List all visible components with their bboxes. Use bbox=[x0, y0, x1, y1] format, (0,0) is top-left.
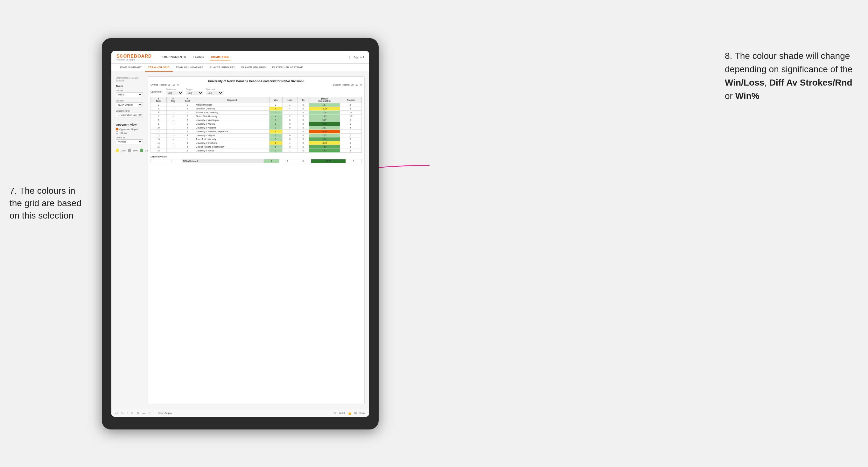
colour-by-select[interactable]: Win/loss bbox=[116, 139, 143, 144]
table-cell: 9 bbox=[340, 137, 362, 141]
table-cell: 3 bbox=[269, 137, 282, 141]
table-cell: 0 bbox=[298, 141, 309, 145]
sub-nav-team-h2h-heatmap[interactable]: TEAM H2H HEATMAP bbox=[173, 64, 207, 71]
table-cell: 5 bbox=[269, 145, 282, 149]
annotation-left-line3: on this selection bbox=[9, 211, 73, 220]
share-label[interactable]: Share bbox=[359, 412, 365, 414]
legend-row: Down Level Up bbox=[116, 149, 148, 152]
table-cell: 4 bbox=[151, 111, 167, 115]
legend-down-dot bbox=[116, 149, 119, 152]
out-div-cell: 0 bbox=[279, 159, 295, 163]
table-row: 13-1Texas Tech University3005.569 bbox=[151, 137, 362, 141]
table-cell: 4.62 bbox=[309, 149, 340, 153]
conference-select[interactable]: (All) bbox=[166, 91, 183, 95]
table-cell: 0 bbox=[298, 103, 309, 107]
logo-subtitle: Powered by clippd bbox=[117, 59, 152, 61]
radio-top100[interactable]: Top 100 bbox=[116, 131, 148, 134]
table-cell: 5 bbox=[269, 111, 282, 115]
table-cell: - bbox=[166, 141, 180, 145]
minus-icon[interactable]: — bbox=[142, 411, 146, 415]
table-cell: 0 bbox=[282, 122, 298, 126]
table-cell: - bbox=[166, 115, 180, 118]
table-cell: University of Oklahoma bbox=[195, 141, 269, 145]
out-div-cell: 26.00 bbox=[311, 159, 346, 163]
region-select[interactable]: (All) bbox=[186, 91, 203, 95]
opponents-filter-label: Opponents: bbox=[151, 91, 162, 93]
colour-by-label: Colour by bbox=[116, 136, 148, 139]
table-cell: 5.56 bbox=[309, 137, 340, 141]
nav-committee[interactable]: COMMITTEE bbox=[210, 54, 230, 60]
school-label: School (Rank) bbox=[116, 110, 148, 112]
legend-level-dot bbox=[128, 149, 131, 152]
opponent-label: Opponent bbox=[206, 88, 223, 90]
opponent-select[interactable]: (All) bbox=[206, 91, 223, 95]
nav-bar: SCOREBOARD Powered by clippd TOURNAMENTS… bbox=[111, 51, 369, 64]
sub-nav-team-summary[interactable]: TEAM SUMMARY bbox=[117, 64, 145, 71]
table-cell: 3 bbox=[340, 130, 362, 134]
undo-icon[interactable]: ↩ bbox=[115, 411, 118, 415]
grid-title: University of North Carolina Head-to-Hea… bbox=[151, 79, 362, 83]
table-row: 12-3University of Virginia1002.333 bbox=[151, 134, 362, 137]
table-cell: Arizona State University bbox=[195, 111, 269, 115]
opponent-filter: Opponent (All) bbox=[206, 88, 223, 95]
table-cell: - bbox=[166, 118, 180, 122]
radio-opponents-label: Opponents Played bbox=[119, 128, 138, 130]
sub-nav-player-summary[interactable]: PLAYER SUMMARY bbox=[207, 64, 238, 71]
out-of-division-table: NCAA Division II10026.003 bbox=[151, 159, 362, 163]
table-cell: Auburn University bbox=[195, 103, 269, 107]
left-panel: Last Updated: 27/03/202416:55:38 Team Ge… bbox=[116, 76, 148, 404]
annotation-left-line1: 7. The colours in bbox=[9, 186, 75, 196]
nav-teams[interactable]: TEAMS bbox=[192, 54, 204, 60]
table-row: 8-2University of Washington1003.673 bbox=[151, 118, 362, 122]
division-label: Division bbox=[116, 100, 148, 102]
sub-nav-player-h2h-heatmap[interactable]: PLAYER H2H HEATMAP bbox=[269, 64, 306, 71]
gender-select[interactable]: Men's bbox=[116, 92, 143, 97]
crop-icon[interactable]: ⊞ bbox=[131, 411, 133, 415]
table-cell: Florida State University bbox=[195, 115, 269, 118]
out-div-cell bbox=[161, 159, 172, 163]
table-cell: 0 bbox=[298, 122, 309, 126]
main-content: Last Updated: 27/03/202416:55:38 Team Ge… bbox=[111, 72, 369, 409]
table-cell: 9.00 bbox=[309, 122, 340, 126]
annotation-right: 8. The colour shade will change dependin… bbox=[725, 49, 859, 103]
radio-opponents-played[interactable]: Opponents Played bbox=[116, 128, 148, 130]
table-cell: 15 bbox=[151, 145, 167, 149]
table-cell: 2 bbox=[180, 149, 195, 153]
col-opponent: Opponent bbox=[195, 97, 269, 103]
col-rounds: Rounds bbox=[340, 97, 362, 103]
col-loss: Loss bbox=[282, 97, 298, 103]
table-cell: University of Alabama bbox=[195, 126, 269, 130]
watch-label[interactable]: Watch bbox=[339, 412, 345, 414]
table-cell: 8 bbox=[340, 126, 362, 130]
table-cell: - bbox=[166, 107, 180, 111]
sub-nav-team-h2h-grid[interactable]: TEAM H2H GRID bbox=[145, 64, 173, 71]
grid-icon[interactable]: ⊞ bbox=[354, 411, 357, 415]
table-cell: 9 bbox=[340, 103, 362, 107]
table-cell: 0 bbox=[298, 134, 309, 137]
school-select[interactable]: 1. University of Nort... bbox=[116, 113, 143, 117]
grid-area: University of North Carolina Head-to-Hea… bbox=[148, 76, 365, 404]
table-cell: 1 bbox=[282, 103, 298, 107]
add-icon[interactable]: ⊕ bbox=[136, 411, 139, 415]
clock-icon[interactable]: ⏱ bbox=[149, 411, 152, 415]
sub-nav-player-h2h-grid[interactable]: PLAYER H2H GRID bbox=[238, 64, 269, 71]
table-cell: - bbox=[166, 111, 180, 115]
table-cell: 1.83 bbox=[309, 115, 340, 118]
division-select[interactable]: NCAA Division I bbox=[116, 102, 143, 107]
sub-nav: TEAM SUMMARY TEAM H2H GRID TEAM H2H HEAT… bbox=[111, 64, 369, 72]
table-cell: University of Arizona bbox=[195, 122, 269, 126]
table-cell: 1.67 bbox=[309, 103, 340, 107]
legend-level-label: Level bbox=[133, 150, 138, 152]
nav-tournaments[interactable]: TOURNAMENTS bbox=[161, 54, 186, 60]
table-cell: 3 bbox=[340, 134, 362, 137]
sign-out-link[interactable]: Sign out bbox=[349, 56, 364, 59]
table-cell: 3.67 bbox=[309, 118, 340, 122]
back-icon[interactable]: ‹ bbox=[127, 411, 128, 415]
table-cell: - bbox=[166, 130, 180, 134]
out-div-cell: 3 bbox=[346, 159, 362, 163]
thumbs-icon[interactable]: 👍 bbox=[348, 411, 351, 415]
table-cell: 10 bbox=[151, 126, 167, 130]
table-cell: 13 bbox=[151, 137, 167, 141]
out-div-row: NCAA Division II10026.003 bbox=[151, 159, 362, 163]
redo-icon[interactable]: ↪ bbox=[121, 411, 123, 415]
